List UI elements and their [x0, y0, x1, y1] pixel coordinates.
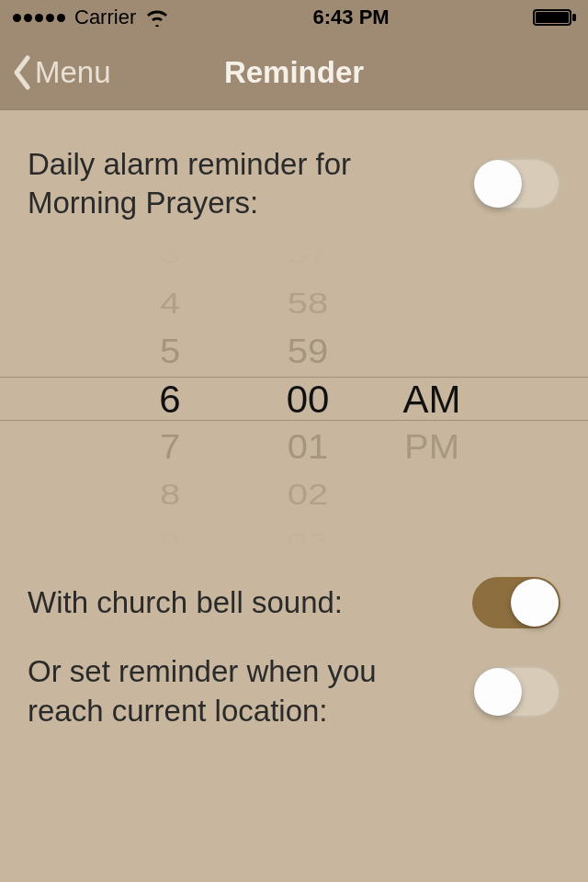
toggle-knob: [474, 160, 522, 208]
location-reminder-row: Or set reminder when you reach current l…: [28, 652, 560, 729]
church-bell-label: With church bell sound:: [28, 583, 454, 622]
toggle-knob: [474, 668, 522, 716]
location-reminder-label: Or set reminder when you reach current l…: [28, 652, 454, 729]
carrier-label: Carrier: [74, 6, 136, 29]
signal-dots-icon: [13, 14, 65, 22]
back-label: Menu: [35, 55, 111, 90]
picker-ampm-column[interactable]: AMPM: [377, 248, 487, 549]
toggle-knob: [511, 579, 559, 627]
time-picker[interactable]: 3456789 57585900010203 AMPM: [0, 248, 588, 549]
church-bell-toggle[interactable]: [472, 577, 560, 628]
picker-item: AM: [377, 380, 487, 419]
picker-item: 9: [101, 531, 239, 549]
svg-rect-1: [536, 12, 569, 23]
content: Daily alarm reminder for Morning Prayers…: [0, 110, 588, 730]
picker-item: PM: [377, 430, 487, 464]
picker-item: 59: [239, 334, 377, 368]
picker-hour-column[interactable]: 3456789: [101, 248, 239, 549]
picker-item: 02: [239, 480, 377, 509]
nav-bar: Menu Reminder: [0, 35, 588, 110]
picker-item: 00: [239, 380, 377, 419]
status-bar: Carrier 6:43 PM: [0, 0, 588, 35]
picker-item: 8: [101, 480, 239, 509]
daily-alarm-label: Daily alarm reminder for Morning Prayers…: [28, 145, 454, 222]
chevron-left-icon: [11, 54, 33, 91]
location-reminder-toggle[interactable]: [472, 666, 560, 718]
status-right: [533, 8, 577, 27]
picker-minute-column[interactable]: 57585900010203: [239, 248, 377, 549]
picker-item: 58: [239, 288, 377, 318]
picker-item: 5: [101, 334, 239, 368]
picker-item: 57: [239, 248, 377, 266]
page-title: Reminder: [224, 55, 364, 90]
svg-rect-2: [572, 14, 576, 21]
picker-item: 4: [101, 288, 239, 318]
daily-alarm-toggle[interactable]: [472, 158, 560, 209]
picker-item: 6: [101, 380, 239, 419]
picker-item: 03: [239, 531, 377, 549]
status-left: Carrier: [11, 6, 169, 29]
picker-item: 3: [101, 248, 239, 266]
picker-item: 7: [101, 430, 239, 464]
picker-item: 01: [239, 430, 377, 464]
church-bell-row: With church bell sound:: [28, 577, 560, 628]
battery-icon: [533, 8, 577, 27]
daily-alarm-row: Daily alarm reminder for Morning Prayers…: [28, 145, 560, 222]
status-time: 6:43 PM: [313, 6, 390, 29]
wifi-icon: [145, 8, 169, 27]
back-button[interactable]: Menu: [0, 54, 111, 91]
